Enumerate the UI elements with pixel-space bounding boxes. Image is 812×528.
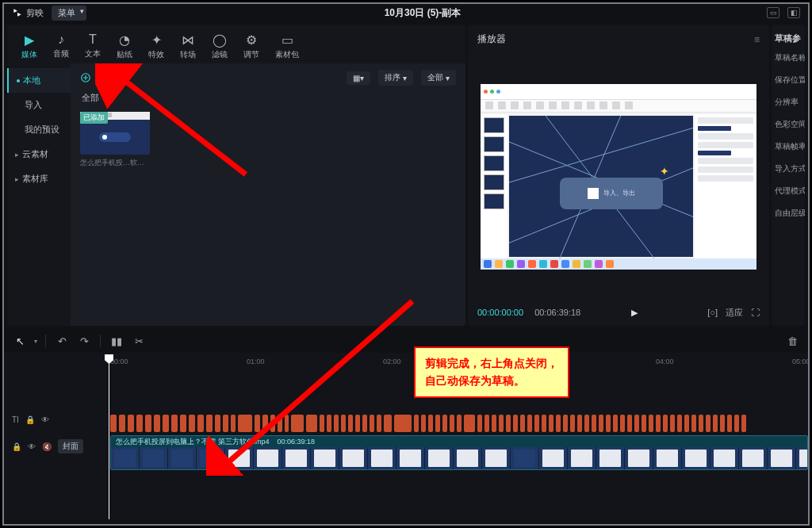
current-time: 00:00:00:00 (477, 308, 523, 317)
tab-3[interactable]: ◔贴纸 (109, 29, 140, 63)
tab-0[interactable]: ▶媒体 (13, 29, 45, 63)
player-menu-icon[interactable]: ≡ (754, 34, 760, 45)
props-title: 草稿参 (775, 33, 802, 44)
play-button[interactable]: ▶ (631, 308, 638, 318)
lock-icon[interactable]: 🔒 (25, 415, 35, 424)
tab-6[interactable]: ◯滤镜 (204, 29, 236, 63)
cover-button[interactable]: 封面 (58, 439, 83, 453)
annotation-note: 剪辑完成，右上角点关闭， 自己动保存为草稿。 (414, 346, 569, 398)
media-thumbnail[interactable]: 已添加 怎么把手机投…软件.mp4 (80, 112, 150, 168)
trash-button[interactable]: 🗑 (784, 333, 800, 349)
ratio-icon[interactable]: [○] (707, 308, 718, 317)
audio-track[interactable] (105, 415, 808, 432)
added-badge: 已添加 (80, 112, 108, 124)
delete-tool[interactable]: ✂ (131, 333, 147, 349)
eye-icon[interactable]: 👁 (28, 442, 36, 451)
tab-4[interactable]: ✦特效 (140, 29, 172, 63)
preview-screen: 导入、导出 ✦ (481, 84, 756, 270)
project-title: 10月30日 (5)-副本 (86, 6, 759, 20)
sidenav-item[interactable]: 本地 (7, 68, 71, 93)
tab-7[interactable]: ⚙调节 (236, 29, 267, 63)
timeline-ruler[interactable]: 00:0001:0002:0003:0004:0005:00 (4, 353, 808, 372)
layout-b-icon[interactable]: ◧ (787, 7, 800, 18)
mute-icon[interactable]: 🔇 (42, 442, 52, 451)
video-clip[interactable]: 怎么把手机投屏到电脑上？不需 第三方软件.mp400:06:39:18 (110, 435, 808, 470)
view-mode-button[interactable]: ▦▾ (347, 71, 370, 85)
sidenav-item[interactable]: 导入 (7, 93, 71, 117)
undo-button[interactable]: ↶ (54, 333, 70, 349)
sidenav-item[interactable]: 我的预设 (7, 117, 71, 142)
app-logo: 剪映 (4, 7, 52, 19)
fullscreen-icon[interactable]: ⛶ (751, 308, 760, 317)
fit-button[interactable]: 适应 (726, 307, 743, 319)
redo-button[interactable]: ↷ (76, 333, 92, 349)
sidenav-item[interactable]: ▸素材库 (7, 166, 71, 191)
thumbnail-caption: 怎么把手机投…软件.mp4 (80, 158, 150, 168)
import-button[interactable]: 导入 (80, 72, 113, 84)
eye-icon[interactable]: 👁 (41, 415, 49, 424)
split-tool[interactable]: ▮▮ (109, 333, 124, 349)
category-label: 全部 (71, 92, 465, 109)
total-duration: 00:06:39:18 (534, 308, 580, 317)
layout-a-icon[interactable]: ▭ (767, 7, 779, 18)
lock-icon[interactable]: 🔒 (12, 442, 21, 451)
sidenav-item[interactable]: ▸云素材 (7, 142, 71, 166)
filter-all-button[interactable]: 全部 ▾ (421, 70, 456, 86)
playhead[interactable] (109, 354, 109, 519)
sort-button[interactable]: 排序 ▾ (378, 70, 413, 86)
tab-1[interactable]: ♪音频 (45, 29, 77, 63)
tab-8[interactable]: ▭素材包 (267, 29, 307, 63)
main-menu-button[interactable]: 菜单 (52, 6, 86, 21)
tab-5[interactable]: ⋈转场 (172, 29, 204, 63)
pointer-tool[interactable]: ↖ (12, 333, 28, 349)
player-title: 播放器 (477, 33, 506, 46)
tab-2[interactable]: T文本 (77, 29, 109, 63)
